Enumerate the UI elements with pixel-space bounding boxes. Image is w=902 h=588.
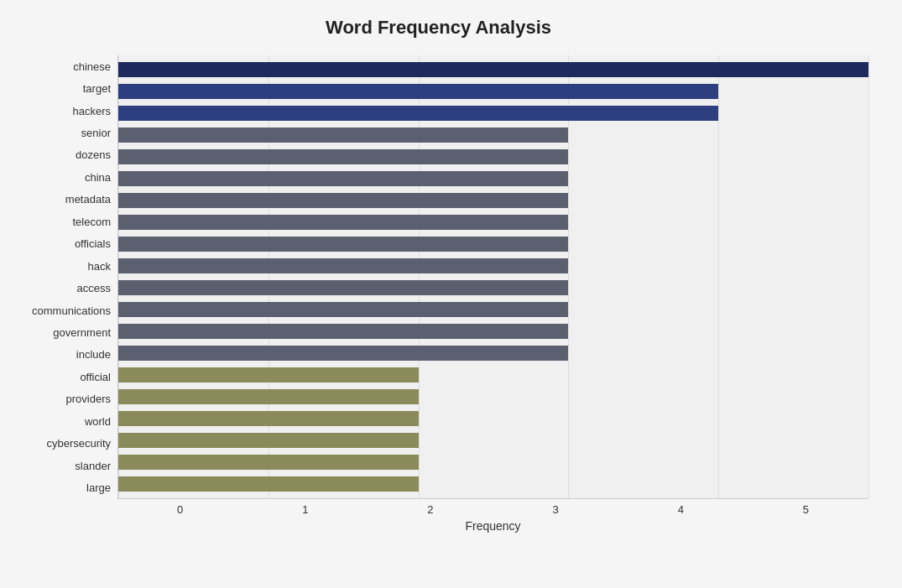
y-label: slander [75, 455, 111, 476]
x-tick: 5 [743, 503, 868, 516]
bar-row [118, 453, 868, 471]
bar-row [118, 409, 868, 428]
y-label: hack [88, 255, 111, 277]
x-tick: 2 [368, 503, 493, 516]
chart-area: chinesetargethackersseniordozenschinamet… [8, 55, 868, 509]
y-label: hackers [72, 100, 111, 122]
bar [118, 127, 568, 143]
bar [118, 149, 568, 164]
bars-section: chinesetargethackersseniordozenschinamet… [8, 55, 868, 499]
y-label: official [80, 366, 111, 388]
bar-row [118, 278, 868, 297]
x-axis-label: Frequency [117, 519, 868, 533]
bar-row [118, 431, 868, 450]
bar-row [118, 169, 868, 188]
bar [118, 433, 419, 448]
y-label: cybersecurity [46, 433, 111, 455]
bar-row [118, 82, 868, 101]
bars-container [118, 55, 868, 498]
bar-row [118, 300, 868, 319]
x-axis: 012345 [117, 499, 868, 516]
bar [118, 215, 568, 230]
bar [118, 389, 419, 404]
bar [118, 62, 868, 77]
y-label: metadata [65, 189, 111, 211]
bar [118, 302, 568, 317]
bar-row [118, 104, 868, 122]
x-tick: 4 [618, 503, 743, 516]
y-label: government [53, 321, 111, 343]
bar-row [118, 388, 868, 406]
bar-row [118, 213, 868, 232]
bar [118, 258, 568, 273]
bar [118, 171, 568, 186]
bar-row [118, 257, 868, 275]
y-label: telecom [72, 211, 111, 232]
bar-row [118, 475, 868, 493]
x-tick: 0 [117, 503, 242, 516]
bar-row [118, 366, 868, 384]
bar-row [118, 126, 868, 144]
bar-row [118, 60, 868, 79]
x-tick: 1 [242, 503, 368, 516]
bar [118, 367, 419, 382]
bar-row [118, 148, 868, 166]
bar [118, 237, 568, 252]
y-label: officials [75, 233, 111, 255]
bar-row [118, 191, 868, 210]
y-label: dozens [76, 144, 111, 166]
y-label: target [83, 78, 111, 100]
chart-container: Word Frequency Analysis chinesetargethac… [0, 0, 902, 588]
y-label: world [85, 410, 111, 432]
bar [118, 411, 419, 426]
x-tick: 3 [493, 503, 618, 516]
bar [118, 193, 568, 208]
bar [118, 455, 419, 470]
chart-title: Word Frequency Analysis [8, 17, 868, 39]
y-label: communications [32, 299, 111, 321]
y-label: access [77, 278, 111, 299]
bar [118, 84, 718, 99]
grid-line [868, 55, 869, 498]
y-label: senior [81, 122, 111, 144]
y-label: include [76, 344, 111, 366]
y-label: chinese [73, 55, 111, 77]
y-label: large [86, 477, 111, 499]
bar-row [118, 322, 868, 341]
y-label: china [85, 166, 111, 188]
bar [118, 280, 568, 295]
bar-row [118, 344, 868, 362]
bar [118, 324, 568, 339]
y-labels: chinesetargethackersseniordozenschinamet… [8, 55, 117, 499]
bar [118, 476, 419, 492]
bar [118, 106, 718, 121]
bar [118, 346, 568, 361]
bars-and-grid [117, 55, 868, 499]
bar-row [118, 235, 868, 253]
y-label: providers [66, 388, 111, 410]
